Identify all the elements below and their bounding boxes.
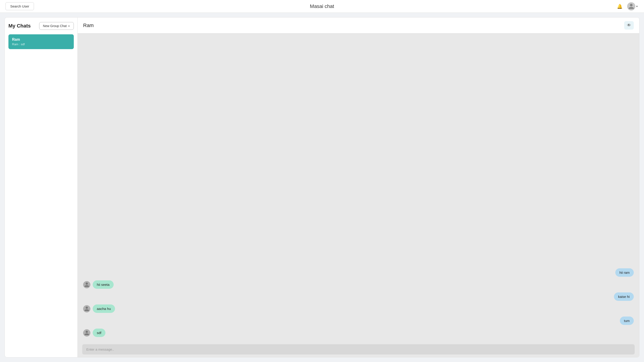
message-input[interactable] [82, 344, 635, 355]
chat-header: Ram 👁 [78, 17, 639, 33]
user-icon [628, 3, 634, 9]
message-avatar [83, 281, 90, 288]
messages-area: hii ram hii seeta kaise hi [78, 33, 639, 342]
message-input-area [78, 342, 639, 357]
right-panel: Ram 👁 hii ram hii seeta kaise hi [78, 17, 640, 358]
eye-button[interactable]: 👁 [624, 21, 634, 29]
avatar [627, 2, 635, 10]
message-row: sdf [83, 329, 634, 337]
app-title: Masai chat [310, 3, 334, 9]
message-avatar [83, 329, 90, 337]
chat-item[interactable]: Ram Ram : sdf [8, 34, 74, 49]
message-row: kaise hi [83, 292, 634, 301]
left-panel: My Chats New Group Chat + Ram Ram : sdf [4, 17, 78, 358]
message-row: tum [83, 317, 634, 325]
avatar-icon [84, 282, 90, 287]
avatar-icon [84, 306, 90, 312]
message-bubble: hii ram [615, 268, 634, 277]
message-bubble: hii seeta [93, 280, 114, 289]
left-panel-header: My Chats New Group Chat + [8, 22, 74, 30]
bell-icon[interactable]: 🔔 [617, 4, 622, 9]
new-group-chat-label: New Group Chat [43, 24, 67, 28]
message-avatar [83, 305, 90, 312]
message-bubble: tum [620, 317, 634, 325]
chat-item-name: Ram [12, 37, 70, 42]
app-header: Search User Masai chat 🔔 ▾ [0, 0, 644, 13]
main-content: My Chats New Group Chat + Ram Ram : sdf … [0, 13, 644, 362]
message-bubble: aacha hu [93, 305, 115, 313]
new-group-chat-button[interactable]: New Group Chat + [39, 22, 74, 30]
header-right: 🔔 ▾ [617, 1, 638, 11]
message-row: hii ram [83, 268, 634, 277]
chat-list: Ram Ram : sdf [8, 34, 74, 49]
plus-icon: + [68, 24, 70, 28]
user-avatar-button[interactable]: ▾ [626, 1, 638, 11]
chat-item-preview: Ram : sdf [12, 42, 70, 46]
avatar-icon [84, 330, 90, 336]
message-row: hii seeta [83, 280, 634, 289]
search-user-button[interactable]: Search User [6, 2, 34, 10]
message-bubble: sdf [93, 329, 106, 337]
message-row: aacha hu [83, 305, 634, 313]
chevron-down-icon: ▾ [636, 5, 638, 8]
my-chats-title: My Chats [8, 23, 31, 29]
message-bubble: kaise hi [614, 292, 634, 301]
chat-header-name: Ram [83, 22, 94, 28]
